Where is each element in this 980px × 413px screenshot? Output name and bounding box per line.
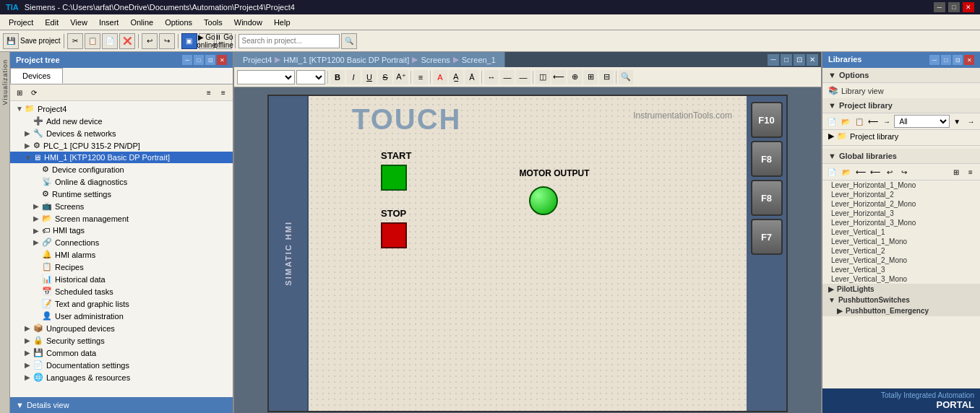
fit-button[interactable]: ↔ [484,70,499,84]
canvas-close-btn[interactable]: ✕ [807,54,818,66]
lib-item-lever-v2[interactable]: Lever_Vertical_2 [822,246,980,256]
tree-item-user-admin[interactable]: 👤 User administration [10,310,233,322]
menu-view[interactable]: View [64,17,93,28]
lib-item-lever-v1[interactable]: Lever_Vertical_1 [822,227,980,237]
search-input[interactable] [238,34,340,48]
lib-item-lever-h3-mono[interactable]: Lever_Horizontal_3_Mono [822,218,980,227]
minimize-button[interactable]: ─ [934,2,945,12]
bold-button[interactable]: B [330,70,345,84]
tree-item-recipes[interactable]: 📋 Recipes [10,261,233,273]
glib-grid-btn[interactable]: ⊞ [950,165,963,178]
panel-restore-button[interactable]: □ [194,55,204,65]
hmi-key-f10[interactable]: F10 [751,102,783,138]
hmi-stop-button[interactable] [381,222,407,248]
line1-button[interactable]: — [500,70,515,84]
tree-item-devices-networks[interactable]: ▶ 🔧 Devices & networks [10,127,233,139]
lib-item-lever-v1-mono[interactable]: Lever_Vertical_1_Mono [822,237,980,246]
line2-button[interactable]: — [516,70,530,84]
arrow-left-button[interactable]: ⟵ [551,70,566,84]
tree-item-text-graphic[interactable]: 📝 Text and graphic lists [10,297,233,310]
panel-minimize-button[interactable]: ─ [182,55,192,65]
underline-button[interactable]: U [362,70,377,84]
tree-item-screen-mgmt[interactable]: ▶ 📂 Screen management [10,212,233,225]
tree-item-security[interactable]: ▶ 🔒 Security settings [10,334,233,347]
box-plus-button[interactable]: ⊞ [583,70,598,84]
lib-arrow-btn[interactable]: → [880,115,893,128]
tree-toolbar-sync-btn[interactable]: ⟳ [27,86,40,99]
bg-color-button[interactable]: A̲ [449,70,463,84]
undo-button[interactable]: ↩ [142,33,158,49]
devices-tab[interactable]: Devices [10,68,63,84]
lib-open-btn[interactable]: 📂 [839,115,851,128]
lib-item-lever-v3-mono[interactable]: Lever_Vertical_3_Mono [822,274,980,284]
menu-options[interactable]: Options [159,17,198,28]
tree-item-online-diag[interactable]: 📡 Online & diagnostics [10,175,233,188]
tree-toolbar-collapse-btn[interactable]: ≡ [217,86,230,99]
redo-button[interactable]: ↪ [159,33,175,49]
tree-item-hmi1[interactable]: ▼ 🖥 HMI_1 [KTP1200 Basic DP Portrait] [10,152,233,163]
frame-button[interactable]: ◫ [536,70,550,84]
lib-item-lever-h2[interactable]: Lever_Horizontal_2 [822,190,980,199]
lib-filter-btn[interactable]: ▼ [951,115,963,128]
superscript-button[interactable]: A⁺ [394,70,408,84]
glib-btn-4[interactable]: ⟵ [869,165,882,178]
lib-pushbutton-header[interactable]: ▼ PushbuttonSwitches [822,295,980,305]
lib-close-btn[interactable]: ✕ [964,55,974,65]
lib-go-btn[interactable]: → [965,115,977,128]
tree-item-languages[interactable]: ▶ 🌐 Languages & resources [10,371,233,383]
tree-item-connections[interactable]: ▶ 🔗 Connections [10,236,233,248]
lib-copy-btn[interactable]: 📋 [853,115,865,128]
tree-toolbar-expand-btn[interactable]: ≡ [202,86,215,99]
lib-options-section[interactable]: ▼ Options [822,68,980,83]
cut-button[interactable]: ✂ [67,33,83,49]
glib-btn-2[interactable]: 📂 [840,165,853,178]
italic-button[interactable]: I [346,70,361,84]
tree-item-runtime[interactable]: ⚙ Runtime settings [10,188,233,200]
tree-item-plc1[interactable]: ▶ ⚙ PLC_1 [CPU 315-2 PN/DP] [10,139,233,152]
lib-item-lever-h3[interactable]: Lever_Horizontal_3 [822,209,980,218]
glib-btn-1[interactable]: 📄 [825,165,838,178]
canvas-minimize-btn[interactable]: ─ [768,54,779,66]
lib-pushbutton-emergency-header[interactable]: ▶ Pushbutton_Emergency [822,305,980,316]
lib-new-btn[interactable]: 📄 [825,115,838,128]
circle-plus-button[interactable]: ⊕ [567,70,582,84]
menu-project[interactable]: Project [3,17,39,28]
canvas-restore-btn[interactable]: □ [781,54,792,66]
menu-edit[interactable]: Edit [39,17,64,28]
glib-list-btn[interactable]: ≡ [964,165,977,178]
close-button[interactable]: ✕ [963,2,974,12]
tree-item-root[interactable]: ▼ 📁 Project4 [10,103,233,115]
highlight-button[interactable]: Ā [465,70,479,84]
menu-help[interactable]: Help [268,17,296,28]
paste-button[interactable]: 📄 [102,33,118,49]
lib-item-lever-v2-mono[interactable]: Lever_Vertical_2_Mono [822,256,980,265]
tree-item-historical-data[interactable]: 📊 Historical data [10,273,233,285]
tree-toolbar-view-btn[interactable]: ⊞ [13,86,26,99]
zoom-tool[interactable]: 🔍 [619,70,633,84]
glib-btn-6[interactable]: ↪ [898,165,911,178]
glib-btn-3[interactable]: ⟵ [854,165,867,178]
menu-insert[interactable]: Insert [93,17,125,28]
lib-undock-btn[interactable]: ⊡ [953,55,963,65]
view-mode-button[interactable]: ▣ [181,33,197,49]
glib-btn-5[interactable]: ↩ [883,165,896,178]
hmi-key-f8-1[interactable]: F8 [751,141,783,177]
tree-item-scheduled-tasks[interactable]: 📅 Scheduled tasks [10,285,233,297]
size-select[interactable] [296,70,325,84]
font-select[interactable] [237,70,295,84]
lib-item-lever-h2-mono[interactable]: Lever_Horizontal_2_Mono [822,199,980,209]
panel-undock-button[interactable]: ⊡ [205,55,215,65]
global-libraries-section[interactable]: ▼ Global libraries [822,149,980,164]
panel-close-button[interactable]: ✕ [217,55,227,65]
lib-filter-select[interactable]: All [894,115,949,128]
align-left-button[interactable]: ≡ [413,70,428,84]
canvas-tab[interactable]: Project4 ▶ HMI_1 [KTP1200 Basic DP Portr… [234,52,505,67]
online-button[interactable]: ▶ Go online [199,33,215,49]
project-library-section[interactable]: ▼ Project library [822,98,980,113]
hmi-main-area[interactable]: TOUCH InstrumentationTools.com START STO… [309,96,747,411]
tree-item-doc-settings[interactable]: ▶ 📄 Documentation settings [10,359,233,371]
maximize-button[interactable]: □ [948,2,960,12]
hmi-key-f7[interactable]: F7 [751,219,783,255]
tree-item-hmi-alarms[interactable]: 🔔 HMI alarms [10,248,233,261]
tree-item-device-config[interactable]: ⚙ Device configuration [10,163,233,175]
